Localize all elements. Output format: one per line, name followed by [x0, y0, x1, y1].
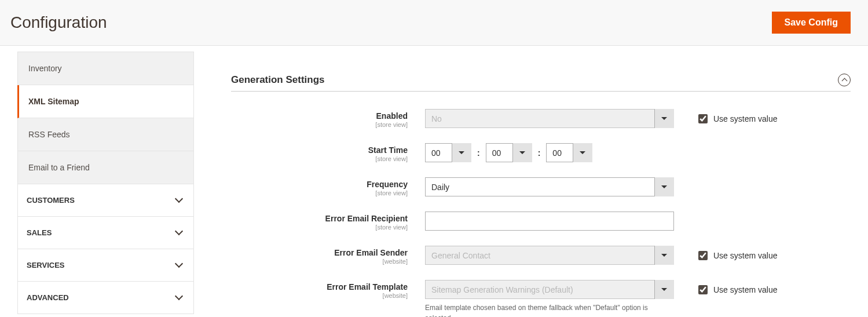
section-title: Generation Settings: [231, 74, 325, 86]
scope-website: [website]: [231, 258, 408, 265]
label-error-template: Error Email Template: [327, 282, 408, 292]
label-frequency: Frequency: [367, 180, 408, 189]
config-content: Generation Settings Enabled [store view]…: [194, 46, 868, 317]
time-separator: :: [474, 148, 484, 158]
chevron-down-icon: [176, 294, 183, 301]
select-wrap: No: [425, 109, 674, 128]
sidebar-group-services[interactable]: SERVICES: [17, 249, 194, 282]
chevron-down-icon: [176, 229, 183, 236]
collapse-icon[interactable]: [838, 74, 851, 86]
label-error-recipient: Error Email Recipient: [325, 214, 408, 223]
error-recipient-input[interactable]: [425, 212, 674, 231]
chevron-down-icon: [176, 262, 183, 269]
label-enabled: Enabled: [376, 111, 408, 121]
sidebar-group-advanced[interactable]: ADVANCED: [17, 282, 194, 314]
time-separator: :: [534, 148, 544, 158]
enabled-select: No: [425, 109, 674, 128]
enabled-use-system-checkbox[interactable]: [698, 114, 708, 123]
error-sender-select: General Contact: [425, 246, 674, 265]
start-time-mm-select[interactable]: 00: [486, 143, 532, 162]
chevron-down-icon: [176, 197, 183, 204]
page-header: Configuration Save Config: [0, 0, 868, 46]
start-time-ss-select[interactable]: 00: [546, 143, 592, 162]
field-error-template: Error Email Template [website] Sitemap G…: [231, 280, 851, 317]
use-system-label[interactable]: Use system value: [713, 285, 777, 294]
error-sender-use-system-checkbox[interactable]: [698, 251, 708, 260]
scope-store-view: [store view]: [231, 190, 408, 196]
scope-website: [website]: [231, 292, 408, 299]
use-system-label[interactable]: Use system value: [713, 114, 777, 123]
field-error-recipient: Error Email Recipient [store view]: [231, 212, 851, 231]
sidebar-item-rss-feeds[interactable]: RSS Feeds: [17, 118, 194, 151]
label-start-time: Start Time: [368, 145, 408, 155]
field-start-time: Start Time [store view] 00 : 00 : 00: [231, 143, 851, 162]
error-template-note: Email template chosen based on theme fal…: [425, 303, 674, 317]
field-error-sender: Error Email Sender [website] General Con…: [231, 246, 851, 265]
use-system-label[interactable]: Use system value: [713, 251, 777, 260]
scope-store-view: [store view]: [231, 121, 408, 128]
field-enabled: Enabled [store view] No Use system value: [231, 109, 851, 128]
frequency-select[interactable]: Daily: [425, 177, 674, 196]
save-config-button[interactable]: Save Config: [772, 12, 851, 34]
scope-store-view: [store view]: [231, 155, 408, 162]
label-error-sender: Error Email Sender: [334, 248, 408, 257]
config-sidebar: Inventory XML Sitemap RSS Feeds Email to…: [0, 46, 194, 317]
sidebar-group-sales[interactable]: SALES: [17, 217, 194, 249]
section-header[interactable]: Generation Settings: [231, 74, 851, 92]
sidebar-item-xml-sitemap[interactable]: XML Sitemap: [17, 85, 194, 118]
sidebar-group-customers[interactable]: CUSTOMERS: [17, 184, 194, 217]
field-frequency: Frequency [store view] Daily: [231, 177, 851, 196]
page-title: Configuration: [10, 13, 107, 32]
sidebar-item-email-friend[interactable]: Email to a Friend: [17, 151, 194, 184]
error-template-select: Sitemap Generation Warnings (Default): [425, 280, 674, 299]
error-template-use-system-checkbox[interactable]: [698, 285, 708, 294]
scope-store-view: [store view]: [231, 224, 408, 231]
start-time-hh-select[interactable]: 00: [425, 143, 471, 162]
sidebar-item-inventory[interactable]: Inventory: [17, 52, 194, 85]
